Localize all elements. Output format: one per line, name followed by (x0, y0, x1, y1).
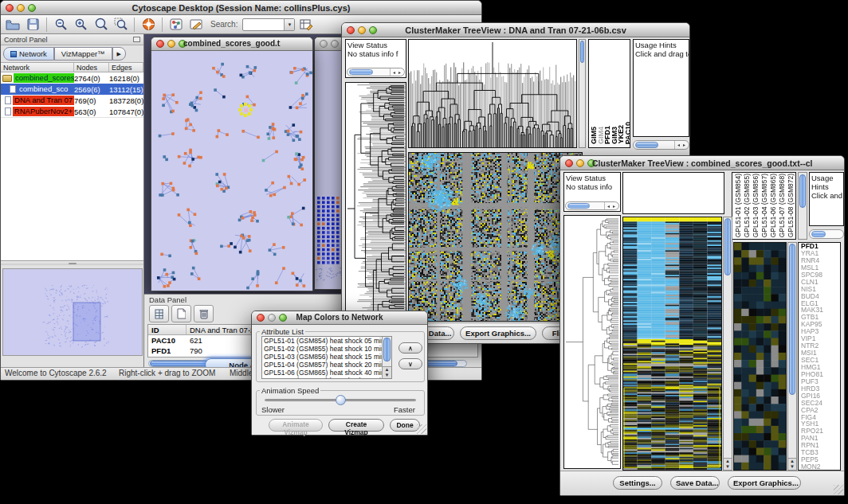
column-label[interactable]: GPL51-02 (GSM855) (743, 174, 752, 237)
scrollbar-arrows[interactable]: ▲▼ (788, 458, 796, 470)
row-dendrogram[interactable] (345, 82, 406, 335)
done-button[interactable]: Done (390, 419, 420, 432)
title-bar[interactable]: ClusterMaker TreeView : DNA and Tran 07-… (342, 23, 689, 37)
animate-vizmap-button[interactable]: Animate Vizmap (269, 419, 323, 432)
row-dendrogram-canvas[interactable] (346, 83, 406, 334)
tab-vizmapper[interactable]: VizMapper™ (54, 47, 112, 61)
column-dendrogram[interactable] (622, 172, 724, 214)
close-button[interactable] (156, 40, 164, 48)
column-dendrogram-canvas[interactable] (409, 40, 576, 147)
move-down-button[interactable]: ∨ (398, 358, 422, 369)
minimize-button[interactable] (17, 4, 25, 12)
help-button[interactable] (139, 17, 157, 33)
save-session-button[interactable] (24, 17, 41, 33)
horizontal-scrollbar[interactable] (809, 229, 844, 239)
scrollbar-thumb[interactable] (799, 174, 806, 208)
vertical-scrollbar[interactable]: ▲▼ (723, 217, 732, 471)
title-bar[interactable]: ClusterMaker TreeView : combined_scores_… (560, 156, 844, 170)
attribute-item[interactable]: GPL51-06 (GSM865) heat shock 40 min (262, 369, 391, 377)
save-data-button[interactable]: Save Data... (670, 476, 720, 490)
close-button[interactable] (257, 314, 265, 322)
vertical-scrollbar[interactable]: ▲▼ (787, 242, 797, 471)
zoom-heatmap-canvas[interactable] (734, 243, 786, 470)
heatmap-view[interactable] (408, 152, 583, 322)
export-graphics-button[interactable]: Export Graphics... (460, 326, 536, 340)
horizontal-scrollbar[interactable]: ◄► (633, 140, 689, 150)
title-bar[interactable]: Map Colors to Network (252, 311, 427, 325)
horizontal-scrollbar[interactable]: ◄► (347, 68, 405, 76)
zoom-fit-button[interactable] (92, 17, 109, 33)
minimize-button[interactable] (331, 40, 339, 48)
title-bar[interactable]: Cytoscape Desktop (Session Name: collins… (1, 1, 481, 15)
scrollbar-thumb[interactable] (567, 203, 590, 209)
horizontal-scrollbar[interactable]: ◄► (565, 201, 619, 210)
heatmap-view[interactable] (622, 217, 722, 471)
column-label[interactable]: GPL51-06 (GSM865) (769, 174, 778, 237)
tab-network[interactable]: Network (3, 47, 54, 61)
select-attributes-button[interactable] (149, 305, 169, 322)
export-graphics-button[interactable]: Export Graphics... (728, 476, 801, 490)
zoom-heatmap-view[interactable] (733, 242, 787, 471)
attribute-list[interactable]: GPL51-01 (GSM854) heat shock 05 minGPL51… (261, 336, 392, 379)
scrollbar-thumb[interactable] (789, 244, 795, 395)
row-dendrogram[interactable] (563, 215, 621, 469)
scrollbar-thumb[interactable] (635, 142, 658, 148)
close-button[interactable] (347, 26, 355, 34)
settings-button[interactable]: Settings... (613, 476, 662, 490)
column-label[interactable]: GPL51-07 (GSM868) (778, 174, 787, 237)
float-panel-icon[interactable] (133, 37, 140, 42)
column-label[interactable]: GPL51-08 (GSM872) (787, 174, 795, 237)
create-vizmap-button[interactable]: Create Vizmap (328, 419, 384, 432)
network-canvas[interactable] (151, 51, 312, 291)
attribute-item[interactable]: GPL51-07 (GSM868) heat shock 60 min (262, 377, 391, 379)
scrollbar-arrows[interactable]: ▲▼ (724, 458, 732, 470)
zoom-out-button[interactable] (52, 17, 69, 33)
row-dendrogram-canvas[interactable] (564, 216, 620, 468)
annotation-button[interactable] (187, 17, 205, 33)
attribute-item[interactable]: GPL51-02 (GSM855) heat shock 10 min (262, 345, 391, 353)
vertical-scrollbar[interactable] (798, 172, 807, 240)
resize-grip[interactable] (834, 485, 843, 494)
network-tree-row[interactable]: combined_sco2569(6)13112(15) (1, 84, 143, 95)
close-button[interactable] (320, 40, 328, 48)
open-session-button[interactable] (4, 17, 22, 33)
delete-attribute-button[interactable] (194, 305, 214, 322)
minimize-button[interactable] (358, 26, 366, 34)
network-tree-row[interactable]: DNA and Tran 07769(0)183728(0) (1, 95, 143, 106)
column-label[interactable]: GPL51-04 (GSM857) (760, 174, 769, 237)
scrollbar-thumb[interactable] (383, 338, 391, 361)
scrollbar-thumb[interactable] (580, 41, 584, 63)
close-button[interactable] (565, 159, 573, 167)
network-tree-row[interactable]: RNAPuberNov2+563(0)107847(0) (1, 106, 143, 117)
search-input[interactable]: ▼ (242, 18, 295, 31)
minimize-button[interactable] (167, 40, 175, 48)
panel-split-handle[interactable] (1, 261, 143, 265)
animation-speed-slider[interactable] (265, 395, 416, 405)
zoom-in-button[interactable] (72, 17, 89, 33)
vertical-scrollbar[interactable] (579, 39, 586, 148)
new-attribute-button[interactable] (171, 305, 191, 322)
search-field[interactable] (243, 19, 284, 30)
network-overview[interactable] (2, 268, 143, 356)
heatmap-canvas[interactable] (623, 217, 721, 470)
column-dendrogram[interactable] (408, 39, 577, 148)
scrollbar-arrows[interactable]: ▲▼ (383, 366, 391, 378)
title-bar[interactable]: combined_scores_good.txt--cluste... (151, 37, 312, 51)
attribute-item[interactable]: GPL51-03 (GSM856) heat shock 15 min (262, 353, 391, 361)
vizmapper-button[interactable] (167, 17, 185, 33)
scrollbar-thumb[interactable] (349, 69, 373, 75)
scrollbar-thumb[interactable] (811, 231, 826, 237)
move-up-button[interactable]: ∧ (398, 342, 422, 354)
attribute-editor-button[interactable] (297, 17, 315, 33)
column-label[interactable]: PAC10 (625, 122, 630, 144)
minimize-button[interactable] (576, 159, 584, 167)
gene-label[interactable]: MON2 (799, 463, 840, 471)
chevron-down-icon[interactable]: ▼ (284, 19, 294, 30)
resize-grip[interactable] (417, 424, 426, 434)
scrollbar-thumb[interactable] (724, 218, 731, 275)
network-tree-row[interactable]: combined_scores_2764(0)16218(0) (1, 72, 143, 84)
minimize-button[interactable] (268, 314, 276, 322)
attribute-item[interactable]: GPL51-01 (GSM854) heat shock 05 min (262, 337, 391, 345)
slider-thumb[interactable] (336, 395, 346, 405)
vertical-scrollbar[interactable]: ▲▼ (382, 337, 391, 378)
